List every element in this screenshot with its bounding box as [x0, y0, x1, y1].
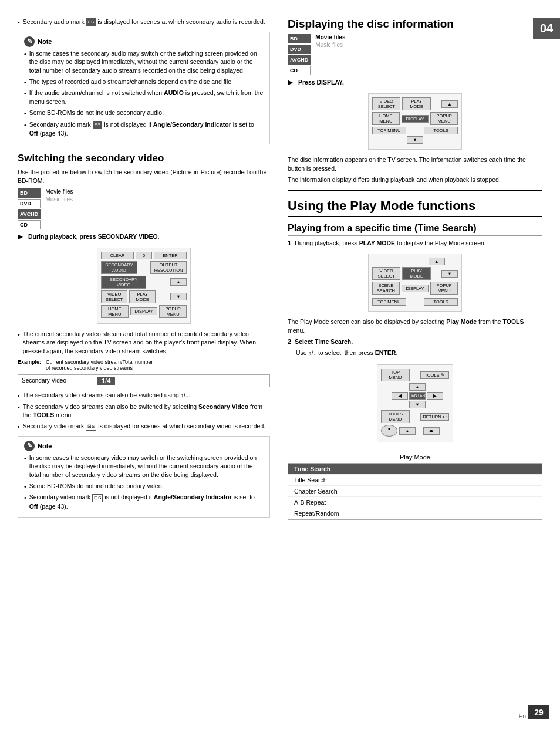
clear-btn: CLEAR — [101, 252, 134, 259]
disc-info-text1: The disc information appears on the TV s… — [288, 156, 542, 173]
remote-row-5: HOME MENU DISPLAY POPUP MENU — [101, 305, 187, 318]
note2-item2: • Some BD-ROMs do not include secondary … — [24, 482, 264, 491]
tools-btn-pm: TOOLS — [424, 298, 458, 306]
tools-btn-d: TOOLS — [424, 127, 458, 134]
remote-schematic-enter: TOPMENU TOOLS ✎ ▲ ◀ ENTER ▶ — [377, 364, 453, 442]
example-row: Secondary Video 1/4 — [22, 377, 266, 385]
eject-btn-e: ⏏ — [423, 427, 440, 435]
note1-item5: • Secondary audio mark ES is not display… — [24, 120, 264, 138]
up2-btn-e: ▲ — [399, 427, 416, 435]
remote-play-mode-area: ▲ VIDEO SELECT PLAY MODE ▼ SCENESEARCH D… — [288, 250, 542, 315]
play-mode-note: The Play Mode screen can also be display… — [288, 317, 542, 334]
bd-badge: BD — [18, 188, 41, 198]
note1-item2: • The types of recorded audio streams/ch… — [24, 77, 264, 87]
avchd-badge-r: AVCHD — [288, 55, 311, 65]
enter-btn-e: ENTER — [409, 392, 426, 400]
step2-number: 2 — [288, 338, 291, 345]
secondary-audio-mark-icon: ES — [86, 18, 96, 26]
cd-badge: CD — [18, 220, 41, 229]
play-mode-btn-pm: PLAY MODE — [402, 267, 430, 280]
up-btn-e: ▲ — [409, 383, 426, 391]
music-files-label-left: Music files — [45, 196, 73, 202]
up-btn-r3: ▲ — [170, 278, 187, 286]
example-caption: Example: Current secondary video stream/… — [18, 359, 270, 371]
format-badges-left: BD DVD AVCHD CD — [18, 188, 41, 229]
play-mode-item-4[interactable]: Repeat/Random — [288, 508, 542, 519]
display-btn-d: DISPLAY — [402, 115, 429, 123]
note-box-2: ✎ Note • In some cases the secondary vid… — [18, 436, 270, 518]
home-menu-btn: HOME MENU — [101, 305, 129, 318]
home-menu-btn-d: HOME MENU — [372, 112, 400, 125]
down-btn-r4: ▼ — [170, 293, 187, 300]
disc-info-text2: The information display differs during p… — [288, 175, 542, 184]
step2-sub: Use ↑/↓ to select, then press ENTER. — [296, 349, 542, 357]
dvd-badge-r: DVD — [288, 45, 311, 54]
format-list-left: BD DVD AVCHD CD Movie files Music files — [18, 188, 270, 229]
note-icon-1: ✎ — [24, 36, 35, 47]
video-select-btn: VIDEO SELECT — [101, 290, 127, 303]
after-step1-bullet2: • The secondary video streams can also b… — [18, 391, 270, 400]
note1-item1: • In some cases the secondary audio may … — [24, 49, 264, 75]
remote-schematic-1: CLEAR 0 ENTER SECONDARYAUDIO OUTPUTRESOL… — [97, 248, 191, 324]
remote-display-area: VIDEO SELECT PLAY MODE ▲ HOME MENU DISPL… — [288, 90, 542, 153]
dvd-badge: DVD — [18, 199, 41, 208]
play-mode-item-0[interactable]: Time Search — [288, 464, 542, 475]
playing-specific-time-heading: Playing from a specific time (Time Searc… — [288, 223, 542, 236]
play-mode-item-1[interactable]: Title Search — [288, 475, 542, 486]
displaying-heading: Displaying the disc information — [288, 18, 542, 31]
step2-section: 2 Select Time Search. Use ↑/↓ to select,… — [288, 338, 542, 357]
cd-badge-r: CD — [288, 66, 311, 75]
circle-btn-e: ● — [381, 425, 397, 437]
rpm-row3: SCENESEARCH DISPLAY POPUP MENU — [372, 282, 458, 295]
left-btn-e: ◀ — [392, 392, 408, 400]
note1-item3: • If the audio stream/channel is not swi… — [24, 89, 264, 106]
right-column: Displaying the disc information BD DVD A… — [288, 18, 542, 525]
rd-row1: VIDEO SELECT PLAY MODE ▲ — [372, 97, 458, 110]
secondary-video-step1: ▶ During playback, press SECONDARY VIDEO… — [18, 233, 270, 241]
example-box: Secondary Video 1/4 — [18, 374, 270, 387]
remote-enter-area: TOPMENU TOOLS ✎ ▲ ◀ ENTER ▶ — [288, 361, 542, 446]
sec-audio-mark-small: ES — [93, 121, 103, 129]
top-menu-btn-pm: TOP MENU — [372, 298, 406, 306]
right-btn-e: ▶ — [427, 392, 443, 400]
video-select-btn-d: VIDEO SELECT — [372, 97, 400, 110]
tools-btn-e: TOOLS ✎ — [420, 371, 449, 379]
popup-btn-pm: POPUP MENU — [430, 282, 458, 295]
re-row4: ● ▲ ⏏ — [381, 425, 449, 437]
play-mode-item-2[interactable]: Chapter Search — [288, 486, 542, 497]
play-mode-box: Play Mode Time Search Title Search Chapt… — [288, 451, 542, 520]
down-btn-e: ▼ — [409, 401, 426, 408]
movie-files-label-right: Movie files — [315, 34, 345, 40]
rd-row3: TOP MENU TOOLS — [372, 127, 458, 134]
note2-item1: • In some cases the secondary video may … — [24, 454, 264, 479]
down-btn-pm: ▼ — [441, 270, 458, 278]
down-btn-d: ▼ — [407, 136, 423, 144]
remote-secondary-video-area: CLEAR 0 ENTER SECONDARYAUDIO OUTPUTRESOL… — [18, 244, 270, 327]
display-btn-pm: DISPLAY — [402, 285, 429, 292]
scene-btn-pm: SCENESEARCH — [372, 282, 400, 295]
example-value: 1/4 — [97, 377, 115, 385]
remote-schematic-play-mode: ▲ VIDEO SELECT PLAY MODE ▼ SCENESEARCH D… — [368, 254, 462, 312]
play-mode-btn: PLAY MODE — [129, 290, 156, 303]
rpm-row5: TOP MENU TOOLS — [372, 298, 458, 306]
rd-row4: ▼ — [372, 136, 458, 144]
secondary-video-btn: SECONDARYVIDEO — [101, 276, 146, 289]
step2-instruction: 2 Select Time Search. — [288, 338, 542, 345]
popup-btn-r5: POPUP MENU — [159, 305, 187, 318]
play-mode-item-3[interactable]: A-B Repeat — [288, 497, 542, 508]
sec-video-mark: ⊡S — [86, 423, 96, 431]
page-number: 29 — [528, 705, 549, 719]
arrow-display: ▶ — [288, 79, 292, 86]
display-btn-r5: DISPLAY — [130, 307, 158, 315]
sec-video-mark-2: ⊡S — [92, 494, 103, 502]
remote-row-1: CLEAR 0 ENTER — [101, 252, 187, 259]
up-btn-d: ▲ — [441, 100, 458, 108]
format-files-right: Movie files Music files — [315, 34, 345, 48]
example-section: Example: Current secondary video stream/… — [18, 359, 270, 387]
rd-row2: HOME MENU DISPLAY POPUP MENU — [372, 112, 458, 125]
chapter-badge: 04 — [533, 18, 560, 39]
video-select-btn-pm: VIDEO SELECT — [372, 267, 400, 280]
using-play-mode-heading: Using the Play Mode functions — [288, 198, 542, 217]
note-icon-2: ✎ — [24, 441, 35, 451]
play-mode-title: Play Mode — [288, 451, 542, 464]
